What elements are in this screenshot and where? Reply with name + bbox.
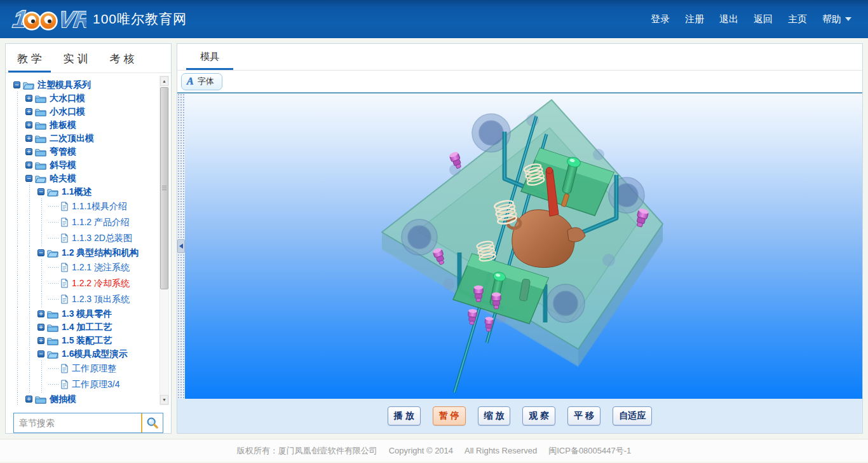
tree-item[interactable]: +1.5 装配工艺 [12,334,157,347]
expand-icon[interactable]: + [25,396,32,403]
tree-item[interactable]: 1.2.3 顶出系统 [12,291,157,307]
search-bar [13,413,163,433]
tree-item[interactable]: +大水口模 [12,92,157,105]
tree-item-label[interactable]: 注塑模具系列 [37,79,91,91]
nav-help[interactable]: 帮助 [822,13,851,25]
tree-guide [12,307,24,321]
tree-item[interactable]: +1.3 模具零件 [12,307,157,321]
tree-guide [12,361,24,377]
btn-fit[interactable]: 自适应 [613,406,652,425]
tree-item-label[interactable]: 二次顶出模 [50,133,94,144]
collapse-icon[interactable]: − [37,249,44,256]
search-input[interactable] [14,413,141,432]
tree-guide [12,334,24,347]
tree-item[interactable]: 1.1.2 产品介绍 [12,214,157,230]
tree-guide [24,334,36,347]
tree-item-label[interactable]: 1.1.1模具介绍 [72,201,127,212]
nav-register[interactable]: 注册 [685,13,704,25]
tree-guide [36,377,48,392]
tree-item-label[interactable]: 1.6模具成型演示 [62,349,127,360]
tree-item-label[interactable]: 1.1.3 2D总装图 [72,233,132,244]
nav-back[interactable]: 返回 [754,13,773,25]
tab-teaching[interactable]: 教 学 [8,44,51,73]
collapse-icon[interactable]: − [25,175,32,182]
search-button[interactable] [141,413,163,432]
tree-scrollbar[interactable]: ▲ ▼ [159,76,169,405]
tree-guide [12,185,24,198]
tree-item[interactable]: 1.1.1模具介绍 [12,198,157,214]
font-button-label: 字体 [198,76,214,87]
arrow-left-icon [179,244,183,249]
tree-item-label[interactable]: 哈夫模 [50,173,76,184]
btn-observe[interactable]: 观 察 [522,406,555,425]
tree-item[interactable]: −注塑模具系列 [12,78,157,92]
tree-item[interactable]: +侧抽模 [12,392,157,406]
expand-icon[interactable]: + [37,310,44,317]
expand-icon[interactable]: + [37,324,44,331]
tree-guide [36,230,48,246]
collapse-icon[interactable]: − [13,81,20,88]
mold-3d-model [342,93,685,399]
tree-item[interactable]: 1.2.1 浇注系统 [12,259,157,275]
tree-item[interactable]: −1.2 典型结构和机构 [12,246,157,259]
tree-item-label[interactable]: 工作原理3/4 [72,379,119,390]
tree-item-label[interactable]: 大水口模 [50,93,85,104]
nav-logout[interactable]: 退出 [719,13,738,25]
btn-play[interactable]: 播 放 [388,406,421,425]
tree-item[interactable]: 工作原理整 [12,361,157,377]
nav-login[interactable]: 登录 [651,13,670,25]
scroll-up-icon[interactable]: ▲ [160,76,168,86]
expand-icon[interactable]: + [25,148,32,155]
scrollbar-thumb[interactable] [160,87,168,289]
logo[interactable]: 1 VR 100唯尔教育网 [9,5,187,33]
expand-icon[interactable]: + [25,162,32,169]
btn-pan[interactable]: 平 移 [567,406,600,425]
tree-item-label[interactable]: 1.4 加工工艺 [62,322,112,333]
tab-mold[interactable]: 模具 [186,44,233,70]
tree-item-label[interactable]: 1.3 模具零件 [62,308,112,320]
tree-item[interactable]: −1.1概述 [12,185,157,198]
tree-item[interactable]: −1.6模具成型演示 [12,347,157,361]
tree-item-label[interactable]: 1.1概述 [62,186,92,198]
tree-item-label[interactable]: 1.2 典型结构和机构 [62,247,139,259]
btn-pause[interactable]: 暂 停 [433,406,466,425]
tree-item-label[interactable]: 侧抽模 [50,394,76,405]
tree-item-label[interactable]: 1.1.2 产品介绍 [72,217,130,228]
expand-icon[interactable]: + [25,95,32,102]
splitter[interactable] [177,93,185,399]
tree-item-label[interactable]: 1.2.3 顶出系统 [72,294,130,305]
expand-icon[interactable]: + [25,108,32,115]
3d-viewer[interactable] [185,93,862,399]
expand-icon[interactable]: + [37,337,44,344]
expand-icon[interactable]: + [25,135,32,142]
btn-zoom[interactable]: 缩 放 [478,406,511,425]
tab-assessment[interactable]: 考 核 [100,44,143,73]
tree-item-label[interactable]: 斜导模 [50,160,76,171]
tree-item[interactable]: +推板模 [12,118,157,132]
tree-item[interactable]: +1.4 加工工艺 [12,321,157,334]
tree-item[interactable]: +斜导模 [12,158,157,172]
tree-item-label[interactable]: 弯管模 [50,146,76,158]
font-button[interactable]: A 字体 [181,73,222,90]
collapse-sidebar-handle[interactable] [177,239,185,253]
collapse-icon[interactable]: − [37,188,44,195]
tree-item-label[interactable]: 1.2.1 浇注系统 [72,262,130,273]
tree-item[interactable]: +弯管模 [12,145,157,158]
tree-item[interactable]: 1.1.3 2D总装图 [12,230,157,246]
nav-home[interactable]: 主页 [788,13,807,25]
expand-icon[interactable]: + [25,121,32,128]
tree-item[interactable]: 1.2.2 冷却系统 [12,275,157,291]
tab-training[interactable]: 实 训 [55,44,97,73]
tree-item-label[interactable]: 1.5 装配工艺 [62,335,112,347]
tree-item[interactable]: +二次顶出模 [12,132,157,145]
tree-item-label[interactable]: 工作原理整 [72,363,116,375]
tree-item-label[interactable]: 小水口模 [50,106,85,118]
tree-item[interactable]: 工作原理3/4 [12,377,157,392]
tree-item-label[interactable]: 推板模 [50,120,76,131]
tree-item-label[interactable]: 1.2.2 冷却系统 [72,278,130,289]
tree-item[interactable]: −哈夫模 [12,172,157,185]
tree-item[interactable]: +小水口模 [12,105,157,118]
tree-stub [48,219,59,226]
scroll-down-icon[interactable]: ▼ [160,395,168,404]
collapse-icon[interactable]: − [37,350,44,357]
